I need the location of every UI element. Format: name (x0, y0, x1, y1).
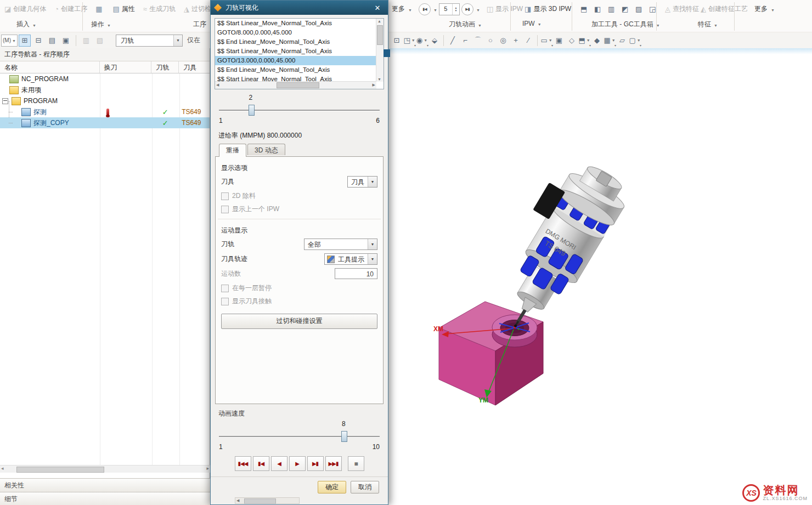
concentric-tool-icon[interactable]: ◎ (497, 35, 509, 47)
group-insert[interactable]: 插入 (16, 20, 36, 29)
expand-toggle-icon[interactable] (14, 109, 20, 115)
show-tool-contact-checkbox[interactable]: 显示刀具接触 (221, 297, 377, 306)
slant-line-icon[interactable]: ∕ (522, 35, 534, 47)
more-button-left[interactable]: 更多 (392, 4, 412, 14)
snap-point-icon[interactable]: ◆ (591, 35, 603, 47)
profile-tool-icon[interactable]: ⌐ (459, 35, 471, 47)
panel-handle[interactable] (384, 49, 390, 57)
workpiece-block[interactable] (439, 302, 543, 405)
toolbar-separator[interactable] (443, 35, 444, 46)
tree-row[interactable]: 探测 TS649 (0, 106, 210, 117)
play-to-start-button[interactable]: ▮◀◀ (235, 456, 251, 471)
method-view-icon[interactable]: ▣ (60, 35, 72, 47)
gcode-line[interactable]: $$ Start Linear_Move_Normal_Tool_Axis (215, 19, 376, 28)
ribbon-tool-icon-4[interactable]: ◩ (619, 3, 631, 15)
scrollbar-thumb[interactable] (377, 25, 383, 45)
scrollbar-thumb[interactable] (244, 498, 276, 504)
nav-extra-icon-2[interactable]: ▧ (94, 35, 106, 47)
cancel-button[interactable]: 取消 (351, 481, 379, 493)
group-toolpath-animation[interactable]: 刀轨动画 (449, 20, 482, 29)
checkerboard-button[interactable]: ▦ (95, 5, 104, 13)
shaded-style-icon[interactable]: ⬙ (428, 35, 441, 47)
replay-step-spinner[interactable]: 5 (439, 3, 460, 15)
2d-material-removal-checkbox[interactable]: 2D 除料 (221, 191, 377, 201)
scrollbar-thumb[interactable] (277, 82, 319, 88)
graphics-viewport[interactable]: XM YM (388, 48, 812, 505)
gcode-line[interactable]: GOTO/13.000,0.000,45.000 (215, 56, 376, 65)
dependencies-panel-header[interactable]: 相关性 (0, 478, 210, 492)
machine-view-icon[interactable]: ⊟ (32, 35, 44, 47)
group-ipw[interactable]: IPW (522, 20, 542, 27)
gouge-collision-settings-button[interactable]: 过切和碰撞设置 (221, 314, 377, 329)
find-feature-button[interactable]: ◬ 查找特征 (665, 4, 699, 14)
point-tool-icon[interactable]: + (510, 35, 522, 47)
column-header-name[interactable]: 名称 (0, 61, 100, 73)
grid-icon[interactable]: ▦ (604, 35, 616, 47)
details-panel-header[interactable]: 细节 (0, 492, 210, 505)
ribbon-tool-icon-3[interactable]: ▥ (605, 3, 617, 15)
nav-extra-icon-1[interactable]: ▥ (80, 35, 92, 47)
expand-toggle-icon[interactable] (2, 87, 8, 93)
line-tool-icon[interactable]: ╱ (447, 35, 459, 47)
tree-row[interactable]: 未用项 (0, 84, 210, 95)
toolbar-separator[interactable] (76, 35, 76, 46)
replay-to-end-button[interactable]: ▶▮ (461, 3, 473, 15)
datum-plane-icon[interactable]: ▣ (553, 35, 565, 47)
slider-track[interactable] (219, 110, 380, 111)
horizontal-scrollbar[interactable] (215, 81, 376, 89)
pan-icon[interactable]: ▱ (616, 35, 628, 47)
tree-row[interactable]: NC_PROGRAM (0, 73, 210, 84)
properties-button[interactable]: ▤ 属性 (112, 4, 134, 14)
sketch-icon[interactable]: ◇ (566, 35, 578, 47)
tool-dropdown[interactable]: 刀具 (347, 176, 377, 188)
slider-thumb[interactable] (249, 105, 255, 116)
generate-toolpath-button[interactable]: ≈ 生成刀轨 (143, 4, 176, 14)
stop-button[interactable]: ■ (348, 456, 364, 471)
show-3d-ipw-button[interactable]: ◨ 显示 3D IPW (525, 4, 571, 14)
toolpath-filter-combo[interactable]: 刀轨 (116, 35, 183, 47)
ribbon-tool-icon-1[interactable]: ⬒ (578, 3, 590, 15)
dialog-tab[interactable]: 重播 (219, 144, 246, 157)
step-forward-button[interactable]: ▶▮ (307, 456, 324, 471)
step-back-button[interactable]: ▮◀ (253, 456, 269, 471)
column-header-tool[interactable]: 刀具 (179, 61, 210, 73)
vertical-scrollbar[interactable] (376, 19, 384, 82)
expand-toggle-icon[interactable] (2, 76, 8, 82)
toolbar-separator[interactable] (537, 35, 538, 46)
circle-tool-icon[interactable]: ○ (484, 35, 497, 47)
column-header-toolpath[interactable]: 刀轨 (151, 61, 179, 73)
dialog-titlebar[interactable]: 刀轨可视化 (211, 1, 388, 15)
toolpath-display-dropdown[interactable]: 全部 (304, 239, 377, 250)
view-orientation-icon[interactable]: ◳ (403, 35, 415, 47)
geometry-view-icon[interactable]: ▤ (46, 35, 58, 47)
replay-to-start-button[interactable]: ▮◀ (419, 3, 431, 15)
arc-tool-icon[interactable]: ⌒ (472, 35, 484, 47)
play-backward-button[interactable]: ◀ (271, 456, 287, 471)
gcode-line[interactable]: GOTO/8.000,0.000,45.000 (215, 28, 376, 37)
section-view-icon[interactable]: ⬒ (578, 35, 590, 47)
ribbon-tool-icon-5[interactable]: ▨ (633, 3, 645, 15)
render-style-icon[interactable]: ◉ (416, 35, 428, 47)
gcode-line[interactable]: $$ End Linear_Move_Normal_Tool_Axis (215, 65, 376, 75)
expand-toggle-icon[interactable] (14, 120, 20, 126)
rectangle-tool-icon[interactable]: ▭ (540, 35, 552, 47)
navigator-horizontal-scrollbar[interactable] (0, 465, 210, 473)
column-header-toolchange[interactable]: 换刀 (100, 61, 152, 73)
close-icon[interactable] (371, 4, 384, 12)
more-button-right[interactable]: 更多 (754, 4, 775, 14)
ok-button[interactable]: 确定 (318, 481, 346, 493)
slider-track[interactable] (219, 436, 380, 438)
gcode-listbox[interactable]: $$ Start Linear_Move_Normal_Tool_AxisGOT… (215, 18, 384, 89)
motion-count-input[interactable]: 10 (335, 268, 377, 279)
chevron-down-icon[interactable] (475, 5, 480, 13)
show-ipw-button[interactable]: ◫ 显示 IPW (487, 4, 523, 14)
mode-combo[interactable]: (M) (1, 35, 18, 47)
play-to-end-button[interactable]: ▶▶▮ (325, 456, 342, 471)
dialog-scrollbar[interactable] (235, 497, 300, 504)
play-button[interactable]: ▶ (289, 456, 306, 471)
program-order-view-icon[interactable]: ⊞ (19, 35, 31, 47)
group-gc-toolbox[interactable]: 加工工具 - GC工具箱 (591, 20, 660, 29)
chevron-down-icon[interactable] (432, 5, 437, 13)
create-geometry-button[interactable]: ◪ 创建几何体 (4, 4, 46, 14)
group-actions[interactable]: 操作 (91, 20, 111, 29)
